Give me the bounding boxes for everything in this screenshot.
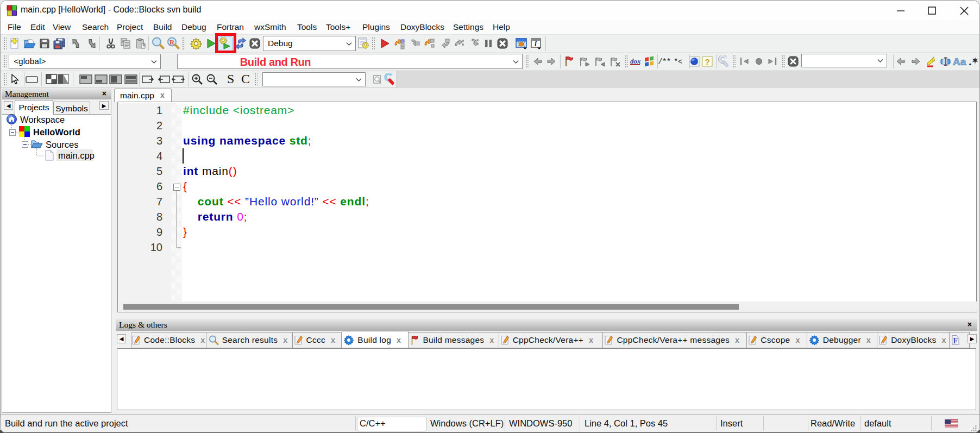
svg-text:R: R	[169, 38, 175, 46]
svg-text:i: i	[535, 40, 537, 48]
svg-text:S: S	[227, 72, 234, 86]
svg-text:*<: *<	[674, 58, 682, 66]
svg-text:F: F	[953, 337, 958, 345]
svg-text:C: C	[241, 72, 250, 86]
svg-text:/**: /**	[658, 58, 670, 66]
svg-text:dox: dox	[630, 57, 641, 65]
svg-text:Aa: Aa	[953, 56, 966, 67]
svg-text:?: ?	[705, 57, 709, 66]
